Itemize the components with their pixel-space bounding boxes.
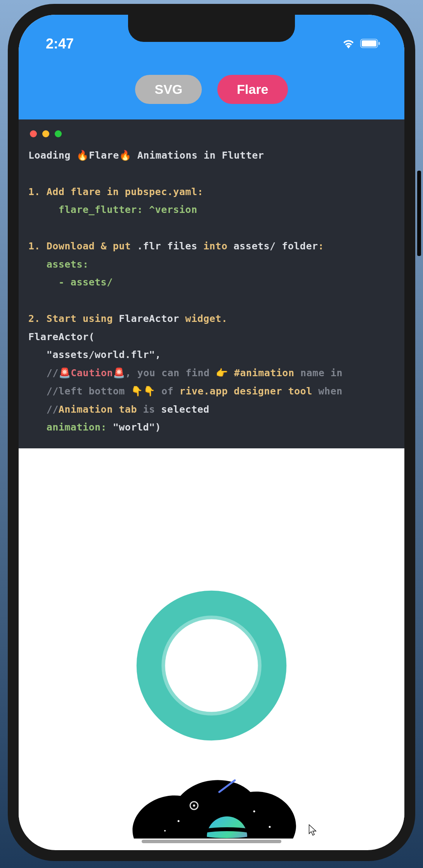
text: Animation tab [59,404,137,415]
text: 🚨Caution🚨 [59,367,125,379]
code-step1-dep: flare_flutter: ^version [28,201,395,219]
text: #animation [234,367,295,379]
text: // [28,367,59,379]
text: widget. [179,313,227,324]
blank-line [28,219,395,237]
code-panel: Loading 🔥Flare🔥 Animations in Flutter 1.… [19,119,404,448]
status-icons [342,38,381,50]
text: is [137,404,161,415]
code-flareactor-path: "assets/world.flr", [28,346,395,364]
text: animation: [28,422,107,433]
code-yaml-assets: assets: [28,256,395,274]
phone-side-button [417,171,421,256]
text: rive.app designer tool [180,386,312,397]
svg-rect-1 [362,40,376,47]
svg-rect-2 [378,42,380,45]
svg-point-10 [193,804,195,807]
text: assets/ folder [234,240,318,252]
text: : [318,240,324,252]
battery-icon [360,38,381,50]
text: 1. [28,240,47,252]
window-close-dot [30,130,37,137]
svg-point-11 [253,811,255,813]
window-zoom-dot [55,130,62,137]
phone-frame: 2:47 SVG Flare Loading 🔥Flare🔥 Ani [8,4,415,861]
text: left bottom 👇👇 of [59,386,180,397]
text: Loading [28,150,76,161]
code-step1b: 1. Download & put .flr files into assets… [28,237,395,256]
text: 1. [28,186,47,197]
code-comment-1: //🚨Caution🚨, you can find 👉 #animation n… [28,364,395,382]
text: Start using [47,313,119,324]
text: , you can find 👉 [125,367,234,379]
text: 2. [28,313,47,324]
svg-point-7 [165,619,258,712]
text: selected [161,404,209,415]
blank-line [28,292,395,310]
text: Add flare in pubspec.yaml: [47,186,203,197]
text: name in [294,367,342,379]
wifi-icon [342,38,355,50]
text: // [28,404,59,415]
space-animation-icon [111,734,312,840]
window-minimize-dot [42,130,49,137]
window-controls [28,127,395,147]
code-yaml-path: - assets/ [28,273,395,292]
text: when [312,386,343,397]
svg-point-12 [178,820,180,822]
code-comment-3: //Animation tab is selected [28,401,395,419]
code-step2: 2. Start using FlareActor widget. [28,310,395,328]
text: into [197,240,233,252]
text: .flr files [137,240,198,252]
animation-preview [19,448,404,836]
code-anim-arg: animation: "world") [28,418,395,437]
status-time: 2:47 [46,36,74,52]
tab-svg[interactable]: SVG [135,75,202,104]
ring-animation-icon [122,576,301,756]
svg-point-13 [269,826,271,828]
text: // [28,386,59,397]
text: Download & put [47,240,137,252]
blank-line [28,165,395,183]
phone-screen: 2:47 SVG Flare Loading 🔥Flare🔥 Ani [19,15,404,850]
tab-flare[interactable]: Flare [217,75,288,104]
cursor-icon [309,824,317,840]
code-comment-2: //left bottom 👇👇 of rive.app designer to… [28,382,395,401]
tab-header: SVG Flare [19,65,404,119]
code-title: Loading 🔥Flare🔥 Animations in Flutter [28,147,395,165]
svg-point-14 [164,830,166,832]
text: 🔥Flare🔥 [76,150,131,161]
code-flareactor-open: FlareActor( [28,328,395,346]
home-indicator[interactable] [142,840,281,843]
text: "world") [107,422,161,433]
text: FlareActor [119,313,179,324]
phone-notch [128,15,295,42]
text: Animations in Flutter [131,150,264,161]
code-step1: 1. Add flare in pubspec.yaml: [28,183,395,201]
